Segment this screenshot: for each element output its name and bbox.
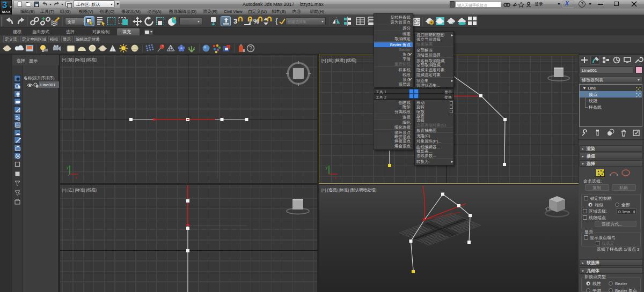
svg-text:?: ? — [249, 46, 252, 51]
svg-text:y: y — [326, 166, 328, 170]
svg-text:y: y — [67, 166, 69, 170]
svg-text:x: x — [334, 176, 336, 179]
svg-text:x: x — [75, 176, 77, 179]
